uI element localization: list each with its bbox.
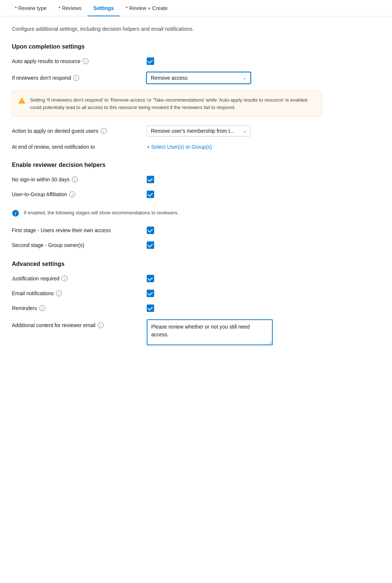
page-subtitle: Configure additional settings, including… (12, 25, 322, 33)
warning-text: Setting 'If reviewers don't respond' to … (30, 96, 315, 111)
info-box-text: If enabled, the following stages will sh… (24, 209, 179, 217)
tab-reviews-label: Reviews (62, 5, 82, 11)
reminders-checkbox-container (147, 304, 154, 312)
first-stage-label: First stage - Users review their own acc… (12, 227, 138, 233)
no-sign-in-info-icon[interactable]: i (72, 177, 78, 182)
additional-content-info-icon[interactable]: i (98, 322, 104, 328)
asterisk-review-type: * (15, 5, 17, 11)
warning-triangle-icon: ! (18, 97, 26, 104)
info-box: i If enabled, the following stages will … (12, 205, 322, 221)
tabs-bar: * Review type * Reviews Settings * Revie… (0, 0, 392, 16)
second-stage-row: Second stage - Group owner(s) (12, 241, 322, 249)
if-reviewers-label: If reviewers don't respond i (12, 75, 138, 81)
auto-apply-info-icon[interactable]: i (83, 58, 89, 64)
info-circle-icon: i (12, 210, 19, 217)
notification-label: At end of review, send notification to (12, 144, 138, 150)
asterisk-reviews: * (59, 5, 60, 11)
first-stage-checkbox[interactable] (147, 227, 154, 234)
action-denied-row: Action to apply on denied guest users i … (12, 125, 322, 136)
group-affiliation-label: User-to-Group Affiliation i (12, 191, 138, 197)
justification-checkbox-container (147, 275, 154, 282)
asterisk-review-create: * (126, 5, 127, 11)
tab-reviews[interactable]: * Reviews (53, 0, 87, 16)
additional-content-textarea[interactable] (147, 319, 273, 345)
reminders-label: Reminders i (12, 305, 138, 311)
svg-text:!: ! (21, 99, 23, 103)
action-denied-label: Action to apply on denied guest users i (12, 128, 138, 134)
justification-checkbox[interactable] (147, 275, 154, 282)
tab-settings[interactable]: Settings (87, 0, 120, 16)
second-stage-checkbox-container (147, 241, 154, 249)
tab-settings-label: Settings (93, 5, 114, 11)
if-reviewers-chevron-icon: ⌄ (243, 75, 246, 80)
group-affiliation-checkbox-container (147, 191, 154, 198)
justification-info-icon[interactable]: i (62, 276, 67, 281)
tab-review-type[interactable]: * Review type (9, 0, 53, 16)
email-notifications-info-icon[interactable]: i (56, 290, 62, 296)
justification-row: Justification required i (12, 275, 322, 282)
tab-review-create-label: Review + Create (129, 5, 168, 11)
action-denied-dropdown-value: Remove user's membership from t... (151, 128, 234, 134)
group-affiliation-row: User-to-Group Affiliation i (12, 191, 322, 198)
reminders-info-icon[interactable]: i (39, 305, 45, 311)
tab-review-type-label: Review type (18, 5, 46, 11)
additional-content-label: Additional content for reviewer email i (12, 322, 138, 328)
decision-helpers-section-title: Enable reviewer decision helpers (12, 162, 322, 168)
no-sign-in-checkbox[interactable] (147, 176, 154, 183)
no-sign-in-row: No sign-in within 30 days i (12, 176, 322, 183)
group-affiliation-info-icon[interactable]: i (69, 191, 75, 197)
justification-label: Justification required i (12, 276, 138, 281)
first-stage-row: First stage - Users review their own acc… (12, 227, 322, 234)
warning-box: ! Setting 'If reviewers don't respond' t… (12, 91, 322, 116)
email-notifications-row: Email notifications i (12, 290, 322, 297)
main-content: Configure additional settings, including… (0, 16, 333, 362)
action-denied-info-icon[interactable]: i (101, 128, 107, 134)
email-notifications-checkbox[interactable] (147, 290, 154, 297)
reminders-row: Reminders i (12, 304, 322, 312)
auto-apply-checkbox[interactable] (147, 57, 154, 65)
group-affiliation-checkbox[interactable] (147, 191, 154, 198)
auto-apply-label: Auto apply results to resource i (12, 58, 138, 64)
auto-apply-row: Auto apply results to resource i (12, 57, 322, 65)
action-denied-chevron-icon: ⌄ (243, 128, 246, 134)
no-sign-in-label: No sign-in within 30 days i (12, 177, 138, 182)
second-stage-label: Second stage - Group owner(s) (12, 242, 138, 248)
additional-content-row: Additional content for reviewer email i (12, 319, 322, 345)
action-denied-dropdown[interactable]: Remove user's membership from t... ⌄ (147, 125, 250, 136)
reminders-checkbox[interactable] (147, 304, 154, 312)
select-users-groups-link[interactable]: + Select User(s) or Group(s) (147, 144, 212, 150)
advanced-section-title: Advanced settings (12, 261, 322, 267)
first-stage-checkbox-container (147, 227, 154, 234)
completion-section-title: Upon completion settings (12, 43, 322, 50)
second-stage-checkbox[interactable] (147, 241, 154, 249)
if-reviewers-info-icon[interactable]: i (73, 75, 79, 81)
email-notifications-checkbox-container (147, 290, 154, 297)
email-notifications-label: Email notifications i (12, 290, 138, 296)
if-reviewers-dropdown[interactable]: Remove access ⌄ (147, 72, 250, 83)
no-sign-in-checkbox-container (147, 176, 154, 183)
if-reviewers-dropdown-value: Remove access (151, 75, 188, 81)
notification-row: At end of review, send notification to +… (12, 144, 322, 150)
auto-apply-checkbox-container (147, 57, 154, 65)
tab-review-create[interactable]: * Review + Create (120, 0, 173, 16)
if-reviewers-row: If reviewers don't respond i Remove acce… (12, 72, 322, 83)
